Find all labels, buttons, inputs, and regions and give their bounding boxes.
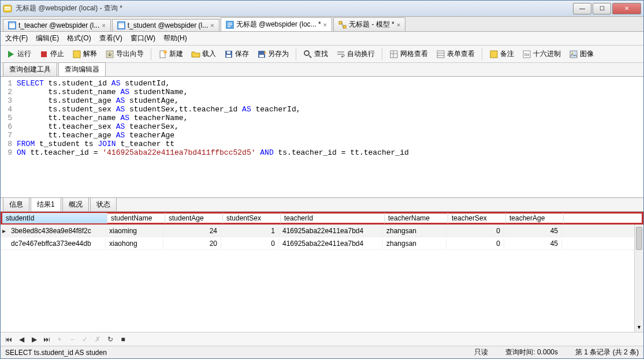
nav-next-icon[interactable]: ▶ [29,335,39,344]
stop-button[interactable]: 停止 [37,48,66,60]
col-header[interactable]: teacherSex [448,213,506,223]
wrap-button[interactable]: 自动换行 [334,48,377,60]
save-icon [224,50,233,59]
cell[interactable]: 0 [446,226,504,236]
nav-last-icon[interactable]: ⏭ [42,335,51,344]
scroll-thumb[interactable] [636,227,642,250]
cell[interactable]: zhangsan [383,226,446,236]
grid-body[interactable]: ▸ 3be8ed8c438ea9e84f8f2c xiaoming 24 1 4… [1,225,643,332]
load-button[interactable]: 载入 [189,48,218,60]
nav-stop-icon[interactable]: ■ [118,335,128,344]
formview-button[interactable]: 表单查看 [434,48,477,60]
cell[interactable]: 24 [163,226,221,236]
saveas-icon [257,50,266,59]
editor-subtabs: 查询创建工具 查询编辑器 [1,63,643,77]
svg-rect-10 [339,21,342,24]
titlebar[interactable]: 无标题 @webspider (local) - 查询 * — ☐ ✕ [1,1,643,17]
col-header[interactable]: studentName [107,213,165,223]
menu-help[interactable]: 帮助(H) [163,33,187,43]
row-marker-icon: ▸ [1,227,8,235]
new-button[interactable]: 新建 [156,48,185,60]
row-marker-icon [1,240,8,248]
svg-rect-28 [570,51,577,58]
cell[interactable]: 45 [504,238,562,249]
col-header[interactable]: teacherId [281,213,385,223]
status-time: 查询时间: 0.000s [505,347,558,357]
tab-status[interactable]: 状态 [90,197,117,211]
cell[interactable]: xiaoming [106,226,163,236]
cell[interactable]: dc7e467ebffca373ee44db [8,238,106,249]
notes-icon [489,50,498,59]
menu-edit[interactable]: 编辑(E) [36,33,59,43]
nav-cancel-icon: ✗ [93,335,102,344]
cell[interactable]: 0 [221,238,279,249]
run-button[interactable]: 运行 [4,48,33,60]
cell[interactable]: 416925aba22e411ea7bd4 [279,238,383,249]
tab-result1[interactable]: 结果1 [31,197,61,211]
table-icon [117,21,125,29]
svg-rect-24 [437,51,444,58]
doctab-query[interactable]: 无标题 @webspider (loc... * × [221,17,332,31]
svg-rect-18 [226,55,231,57]
doctab-label: t_teacher @webspider (l... [18,21,99,29]
close-icon[interactable]: × [323,21,327,28]
close-icon[interactable]: × [102,22,105,29]
grid-header: studentId studentName studentAge student… [1,212,643,225]
nav-prev-icon[interactable]: ◀ [17,335,26,344]
hex-button[interactable]: 0x十六进制 [520,48,563,60]
table-row[interactable]: dc7e467ebffca373ee44db xiaohong 20 0 416… [1,237,643,250]
image-button[interactable]: 图像 [567,48,596,60]
cell[interactable]: 416925aba22e411ea7bd4 [279,226,383,236]
close-button[interactable]: ✕ [612,3,641,14]
find-button[interactable]: 查找 [301,48,330,60]
tab-info[interactable]: 信息 [3,197,29,211]
table-row[interactable]: ▸ 3be8ed8c438ea9e84f8f2c xiaoming 24 1 4… [1,225,643,237]
menu-file[interactable]: 文件(F) [5,33,28,43]
tab-query-builder[interactable]: 查询创建工具 [3,62,57,76]
maximize-button[interactable]: ☐ [593,3,611,14]
col-header[interactable]: studentAge [165,213,223,223]
col-header[interactable]: teacherAge [506,213,564,223]
svg-point-29 [572,52,574,54]
nav-add-icon: + [55,335,64,344]
cell[interactable]: 20 [163,238,221,249]
notes-button[interactable]: 备注 [487,48,516,60]
col-header[interactable]: studentSex [223,213,281,223]
minimize-button[interactable]: — [573,3,591,14]
menu-format[interactable]: 格式(O) [67,33,91,43]
status-readonly: 只读 [474,347,488,357]
tab-profile[interactable]: 概况 [62,197,89,211]
stop-icon [39,50,49,59]
doctab-student[interactable]: t_student @webspider (l... × [112,19,219,31]
doctab-teacher[interactable]: t_teacher @webspider (l... × [3,19,111,31]
result-grid: studentId studentName studentAge student… [1,212,643,346]
wrap-icon [336,50,345,59]
col-header[interactable]: studentId [2,213,107,223]
cell[interactable]: xiaohong [106,238,163,249]
save-button[interactable]: 保存 [222,48,251,60]
saveas-button[interactable]: 另存为 [255,48,291,60]
doctab-model[interactable]: 无标题 - 模型 * × [333,17,405,31]
cell[interactable]: 1 [221,226,279,236]
col-header[interactable]: teacherName [385,213,448,223]
close-icon[interactable]: × [397,21,400,28]
doctab-label: 无标题 - 模型 * [349,20,394,29]
cell[interactable]: zhangsan [383,238,446,249]
scroll-down-icon[interactable]: ▼ [635,323,643,332]
gridview-button[interactable]: 网格查看 [387,48,430,60]
menu-window[interactable]: 窗口(W) [131,33,155,43]
cell[interactable]: 45 [504,226,562,236]
tab-query-editor[interactable]: 查询编辑器 [58,62,106,76]
cell[interactable]: 3be8ed8c438ea9e84f8f2c [8,226,106,236]
menu-view[interactable]: 查看(V) [99,33,122,43]
export-button[interactable]: 导出向导 [103,48,146,60]
explain-button[interactable]: 解释 [70,48,99,60]
app-icon [3,4,12,13]
cell[interactable]: 0 [446,238,504,249]
nav-first-icon[interactable]: ⏮ [4,335,13,344]
vertical-scrollbar[interactable]: ▲ ▼ [634,225,643,332]
close-icon[interactable]: × [210,22,214,29]
doctab-label: t_student @webspider (l... [128,21,209,29]
nav-refresh-icon[interactable]: ↻ [106,335,115,344]
sql-editor[interactable]: 1SELECT ts.student_id AS studentId, 2 ts… [1,77,643,198]
